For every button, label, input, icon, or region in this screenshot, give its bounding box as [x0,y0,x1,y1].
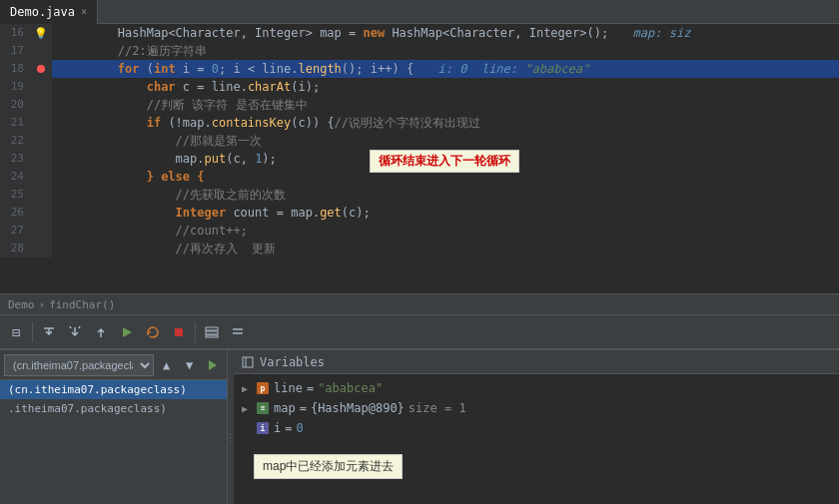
variables-panel-header: Variables [234,350,839,374]
var-eq-map: = [300,401,307,415]
line-number-28: 28 [0,240,30,257]
line-number-21: 21 [0,114,30,132]
line-number-27: 27 [0,222,30,240]
tab-close-icon[interactable]: × [81,6,87,17]
thread-nav-down[interactable]: ▼ [179,353,200,377]
line-content-24: } else { [52,168,839,186]
var-val-line: "ababcea" [318,381,383,395]
var-icon-i: i [256,421,270,435]
line-content-21: if (!map.containsKey(c)) {//说明这个字符没有出现过 [52,114,839,132]
thread-name-1: .itheima07.packageclass) [8,402,167,415]
toolbar-stop-btn[interactable] [167,320,191,344]
toolbar-frames-btn[interactable] [200,320,224,344]
line-content-16: HashMap<Character, Integer> map = new Ha… [52,24,839,42]
gutter-27 [30,222,52,240]
var-toggle-map[interactable]: ▶ [242,403,256,414]
line-content-23: map.put(c, 1); [52,150,839,168]
var-toggle-line[interactable]: ▶ [242,383,256,394]
code-line-16: 16 💡 HashMap<Character, Integer> map = n… [0,24,839,42]
thread-item-0[interactable]: (cn.itheima07.packageclass) [0,380,227,399]
var-row-line[interactable]: ▶ p line = "ababcea" [234,378,839,398]
gutter-22 [30,132,52,150]
code-lines: 16 💡 HashMap<Character, Integer> map = n… [0,24,839,257]
line-number-20: 20 [0,96,30,114]
line-number-23: 23 [0,150,30,168]
line-content-17: //2:遍历字符串 [52,42,839,60]
thread-nav-up[interactable]: ▲ [156,353,177,377]
line-number-18: 18 [0,60,30,78]
breadcrumb-bar: Demo › findChar() [0,293,839,315]
var-val-i: 0 [296,421,303,435]
lightbulb-icon: 💡 [34,27,48,40]
code-line-21: 21 if (!map.containsKey(c)) {//说明这个字符没有出… [0,114,839,132]
thread-toolbar: (cn.itheima07.packageclass).itheima07.pa… [0,350,227,380]
code-line-22: 22 //那就是第一次 [0,132,839,150]
gutter-28 [30,240,52,257]
toolbar-threads-btn[interactable] [226,320,250,344]
code-line-26: 26 Integer count = map.get(c); [0,204,839,222]
thread-item-1[interactable]: .itheima07.packageclass) [0,399,227,418]
breadcrumb-method: findChar() [49,298,115,311]
tab-filename: Demo.java [10,5,75,19]
toolbar-step-over-btn[interactable] [37,320,61,344]
gutter-24 [30,168,52,186]
breadcrumb-sep: › [39,298,46,311]
svg-rect-0 [175,328,183,336]
thread-name-0: (cn.itheima07.packageclass) [8,383,187,396]
code-line-28: 28 //再次存入 更新 [0,240,839,257]
var-icon-map: ≡ [256,401,270,415]
bottom-panel: (cn.itheima07.packageclass).itheima07.pa… [0,349,839,504]
icon-i: i [257,422,269,434]
gutter-20 [30,96,52,114]
gutter-18 [30,60,52,78]
debug-toolbar: ⊟ [0,315,839,349]
variables-label: Variables [260,355,325,369]
line-content-28: //再次存入 更新 [52,240,839,257]
code-line-18: 18 for (int i = 0; i < line.length(); i+… [0,60,839,78]
line-content-25: //先获取之前的次数 [52,186,839,204]
line-number-17: 17 [0,42,30,60]
gutter-17 [30,42,52,60]
toolbar-sep-2 [195,322,196,342]
line-content-18: for (int i = 0; i < line.length(); i++) … [52,60,839,78]
code-line-25: 25 //先获取之前的次数 [0,186,839,204]
code-line-19: 19 char c = line.charAt(i); [0,78,839,96]
gutter-16: 💡 [30,24,52,42]
gutter-19 [30,78,52,96]
thread-dropdown[interactable]: (cn.itheima07.packageclass).itheima07.pa… [4,354,154,376]
var-name-map: map [274,401,296,415]
line-number-22: 22 [0,132,30,150]
tab-demo-java[interactable]: Demo.java × [0,0,98,24]
code-line-27: 27 //count++; [0,222,839,240]
thread-panel: (cn.itheima07.packageclass).itheima07.pa… [0,350,228,504]
gutter-21 [30,114,52,132]
var-row-map[interactable]: ▶ ≡ map = {HashMap@890} size = 1 [234,398,839,418]
thread-resume-btn[interactable] [202,353,223,377]
breadcrumb-class: Demo [8,298,35,311]
line-content-26: Integer count = map.get(c); [52,204,839,222]
svg-rect-2 [206,331,218,334]
var-row-i[interactable]: i i = 0 [234,418,839,438]
code-line-23: 23 map.put(c, 1); 循环结束进入下一轮循环 [0,150,839,168]
svg-rect-6 [243,357,253,367]
var-name-i: i [274,421,281,435]
var-val-map: {HashMap@890} [311,401,405,415]
var-eq-i: = [285,421,292,435]
variables-tooltip: map中已经添加元素进去 [254,454,403,479]
toolbar-layout-btn[interactable]: ⊟ [4,320,28,344]
code-line-17: 17 //2:遍历字符串 [0,42,839,60]
toolbar-step-into-btn[interactable] [63,320,87,344]
toolbar-rerun-btn[interactable] [141,320,165,344]
breakpoint-18 [37,65,45,73]
var-eq-line: = [307,381,314,395]
icon-map: ≡ [257,402,269,414]
svg-rect-1 [206,327,218,330]
var-name-line: line [274,381,303,395]
toolbar-step-out-btn[interactable] [89,320,113,344]
code-line-24: 24 } else { [0,168,839,186]
line-number-19: 19 [0,78,30,96]
toolbar-run-to-cursor-btn[interactable] [115,320,139,344]
variables-content: ▶ p line = "ababcea" ▶ ≡ map = {HashMap@… [234,374,839,504]
line-content-22: //那就是第一次 [52,132,839,150]
line-content-27: //count++; [52,222,839,240]
